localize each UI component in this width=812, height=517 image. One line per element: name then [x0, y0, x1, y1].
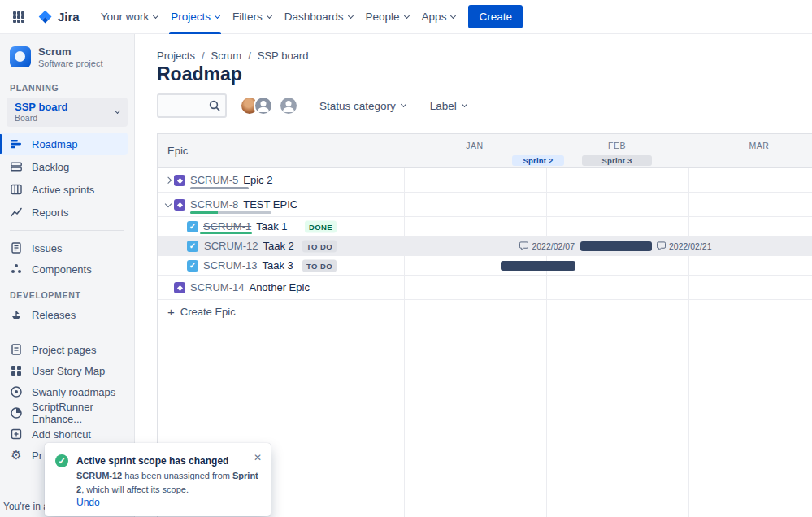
sidebar-item-components[interactable]: Components: [0, 258, 128, 280]
sidebar-item-reports[interactable]: Reports: [0, 201, 128, 224]
chevron-down-icon: [404, 12, 410, 18]
sidebar-divider: [10, 332, 124, 332]
board-type: Board: [15, 113, 68, 124]
collapse-chevron-icon[interactable]: [165, 200, 172, 206]
task-row-scrum-12[interactable]: ✓ SCRUM-12 Taak 2 TO DO 2022/02/07 2022/…: [158, 237, 812, 256]
roadmap-icon: [10, 137, 23, 150]
grid-dots-icon: [13, 11, 24, 23]
epic-icon: [174, 199, 185, 211]
sidebar-item-add-shortcut[interactable]: Add shortcut: [0, 424, 128, 445]
task-icon: ✓: [187, 260, 198, 272]
nav-filters[interactable]: Filters: [226, 0, 278, 34]
sidebar-item-label: Add shortcut: [32, 428, 91, 441]
status-badge-done: DONE: [305, 220, 337, 232]
filter-bar: Status category Label: [157, 93, 467, 119]
chevron-down-icon: [267, 12, 272, 18]
undo-link[interactable]: Undo: [76, 497, 100, 508]
issue-name[interactable]: Taak 3: [262, 259, 293, 272]
sidebar-item-label: Project pages: [32, 344, 97, 356]
nav-projects-label: Projects: [171, 11, 211, 23]
issue-name[interactable]: Another Epic: [249, 281, 309, 293]
task-row-scrum-13[interactable]: ✓ SCRUM-13 Taak 3 TO DO: [158, 256, 812, 276]
user-avatar[interactable]: [254, 96, 273, 115]
person-icon: [255, 98, 271, 114]
issue-name[interactable]: Taak 1: [256, 220, 287, 232]
taak-2-timeline-bar[interactable]: [580, 241, 652, 251]
breadcrumb-ssp-board[interactable]: SSP board: [258, 50, 309, 62]
jira-logo[interactable]: Jira: [34, 9, 83, 25]
sidebar-item-roadmap[interactable]: Roadmap: [0, 133, 128, 155]
create-epic-label: Create Epic: [180, 306, 236, 318]
brand-name: Jira: [58, 10, 80, 24]
user-avatar[interactable]: [279, 96, 298, 115]
status-badge-todo: TO DO: [302, 240, 337, 252]
comment-bubble-icon: [519, 241, 528, 250]
status-badge-todo: TO DO: [302, 259, 337, 272]
epic-row-scrum-8[interactable]: SCRUM-8 TEST EPIC: [158, 193, 812, 217]
success-check-icon: ✓: [55, 454, 68, 467]
chevron-down-icon: [115, 108, 120, 114]
sidebar-item-issues[interactable]: Issues: [0, 237, 128, 258]
issue-name[interactable]: TEST EPIC: [243, 198, 297, 211]
expand-chevron-icon[interactable]: [165, 176, 172, 183]
close-icon[interactable]: ✕: [254, 452, 262, 463]
sidebar-item-scriptrunner[interactable]: ScriptRunner Enhance...: [0, 402, 128, 424]
nav-filters-label: Filters: [232, 11, 263, 23]
app-switcher-icon[interactable]: [8, 7, 29, 28]
sidebar-item-project-pages[interactable]: Project pages: [0, 339, 128, 360]
chevron-down-icon: [450, 12, 456, 18]
project-type: Software project: [38, 59, 102, 68]
sidebar-item-swanly-roadmaps[interactable]: Swanly roadmaps: [0, 381, 128, 402]
issue-key[interactable]: SCRUM-1: [203, 220, 251, 232]
epic-progress-bar: [190, 187, 249, 189]
label-dropdown[interactable]: Label: [430, 100, 467, 112]
nav-people[interactable]: People: [359, 0, 415, 34]
top-navigation: Jira Your work Projects Filters Dashboar…: [0, 0, 812, 34]
plus-box-icon: [10, 428, 23, 441]
breadcrumb-scrum[interactable]: Scrum: [211, 50, 242, 62]
issue-key[interactable]: SCRUM-5: [190, 174, 238, 186]
issue-key[interactable]: SCRUM-8: [190, 198, 238, 211]
components-icon: [10, 263, 23, 276]
chevron-down-icon: [215, 12, 220, 18]
bar-start-date: 2022/02/07: [519, 241, 575, 251]
issue-name[interactable]: Epic 2: [243, 174, 272, 186]
sidebar-item-label: Reports: [32, 206, 69, 219]
jira-logo-icon: [37, 9, 54, 25]
nav-your-work[interactable]: Your work: [94, 0, 165, 34]
timeline-header: Epic JAN FEB MAR Sprint 2 Sprint 3: [158, 134, 812, 168]
board-name: SSP board: [15, 101, 68, 113]
sidebar-item-backlog[interactable]: Backlog: [0, 155, 128, 178]
avatar-group: [240, 96, 298, 115]
issue-key[interactable]: SCRUM-14: [190, 281, 244, 293]
task-row-scrum-1[interactable]: ✓ SCRUM-1 Taak 1 DONE: [158, 217, 812, 237]
toast-message-text: , which will affect its scope.: [81, 484, 189, 494]
issue-key[interactable]: SCRUM-12: [204, 240, 258, 252]
sprint-3-badge[interactable]: Sprint 3: [582, 155, 652, 166]
issue-name[interactable]: Taak 2: [263, 240, 293, 252]
epic-icon: [174, 175, 185, 186]
sidebar-item-releases[interactable]: Releases: [0, 304, 128, 325]
sidebar-item-label: ScriptRunner Enhance...: [32, 401, 118, 425]
page-icon: [10, 343, 23, 356]
sprint-2-badge[interactable]: Sprint 2: [512, 155, 564, 166]
breadcrumb-projects[interactable]: Projects: [157, 50, 195, 62]
board-selector[interactable]: SSP board Board: [7, 98, 128, 127]
status-category-dropdown[interactable]: Status category: [319, 100, 406, 112]
planning-section-header: PLANNING: [0, 75, 134, 97]
epic-row-scrum-5[interactable]: SCRUM-5 Epic 2: [158, 168, 812, 193]
sidebar-item-label: Active sprints: [32, 184, 94, 196]
sidebar-item-label: Components: [32, 263, 92, 276]
nav-your-work-label: Your work: [101, 11, 150, 23]
create-button[interactable]: Create: [468, 5, 523, 28]
sidebar-item-active-sprints[interactable]: Active sprints: [0, 178, 128, 201]
nav-apps[interactable]: Apps: [415, 0, 462, 34]
nav-projects[interactable]: Projects: [164, 0, 226, 34]
nav-dashboards[interactable]: Dashboards: [278, 0, 359, 34]
issue-key[interactable]: SCRUM-13: [203, 259, 257, 272]
create-epic-row[interactable]: + Create Epic: [158, 300, 812, 324]
person-icon: [280, 98, 297, 114]
epic-row-scrum-14[interactable]: SCRUM-14 Another Epic: [158, 276, 812, 300]
sidebar-item-user-story-map[interactable]: User Story Map: [0, 360, 128, 381]
taak-3-timeline-bar[interactable]: [501, 261, 575, 271]
